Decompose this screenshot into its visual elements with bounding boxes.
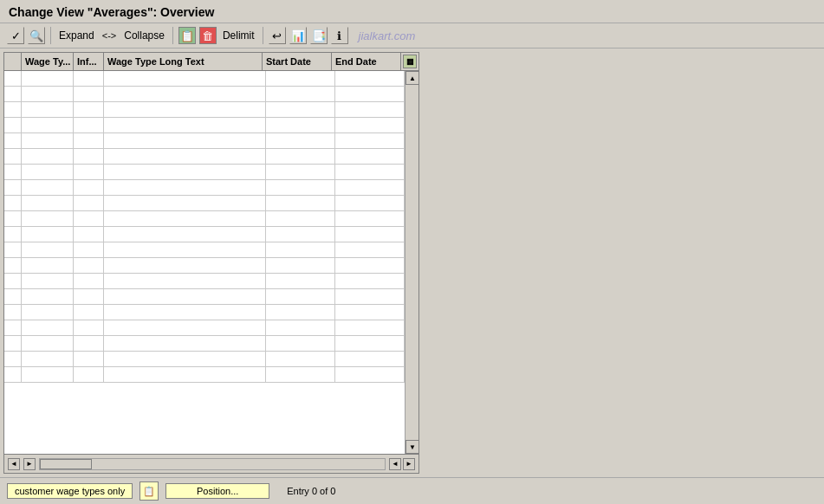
h-scroll-track[interactable]: [39, 458, 386, 470]
table-header: Wage Ty... Inf... Wage Type Long Text St…: [4, 53, 418, 71]
cell-checkbox: [4, 133, 22, 148]
scroll-left-button2[interactable]: ►: [23, 458, 36, 470]
cell-start-date: [266, 211, 335, 226]
cell-wage-type: [22, 133, 74, 148]
position-button[interactable]: Position...: [165, 483, 269, 499]
table-row[interactable]: [4, 352, 405, 367]
cell-inf: [74, 87, 104, 101]
cell-end-date: [335, 196, 405, 210]
info-icon[interactable]: ℹ: [331, 27, 348, 44]
cell-long-text: [104, 196, 266, 210]
col-header-settings[interactable]: ▦: [401, 53, 418, 70]
cell-checkbox: [4, 289, 22, 304]
cell-end-date: [335, 289, 405, 304]
back-icon[interactable]: ↩: [269, 27, 286, 44]
cell-start-date: [266, 71, 335, 86]
table-row[interactable]: [4, 258, 405, 274]
cell-checkbox: [4, 180, 22, 195]
col-header-end-date[interactable]: End Date: [332, 53, 401, 70]
table-view-icon[interactable]: 📑: [310, 27, 328, 44]
collapse-button[interactable]: Collapse: [121, 28, 167, 43]
table-row[interactable]: [4, 242, 405, 258]
cell-inf: [74, 289, 104, 304]
table-row[interactable]: [4, 320, 405, 336]
position-icon-button[interactable]: 📋: [139, 481, 159, 501]
scroll-down-button[interactable]: ▼: [406, 440, 418, 454]
cell-long-text: [104, 149, 266, 164]
table-row[interactable]: [4, 367, 405, 383]
cell-inf: [74, 118, 104, 132]
cell-wage-type: [22, 305, 74, 320]
cell-inf: [74, 336, 104, 351]
cell-long-text: [104, 367, 266, 382]
delimit-label: Delimit: [223, 29, 255, 42]
cell-long-text: [104, 180, 266, 195]
cell-start-date: [266, 180, 335, 195]
cell-end-date: [335, 102, 405, 117]
col-header-long-text[interactable]: Wage Type Long Text: [104, 53, 263, 70]
table-row[interactable]: [4, 336, 405, 352]
table-row[interactable]: [4, 274, 405, 289]
cell-wage-type: [22, 352, 74, 366]
scroll-right-btn1[interactable]: ◄: [389, 458, 401, 470]
col-header-start-date[interactable]: Start Date: [263, 53, 332, 70]
cell-end-date: [335, 180, 405, 195]
cell-long-text: [104, 305, 266, 320]
data-table: Wage Ty... Inf... Wage Type Long Text St…: [3, 52, 419, 474]
cell-checkbox: [4, 242, 22, 257]
cell-checkbox: [4, 336, 22, 351]
cell-end-date: [335, 305, 405, 320]
column-settings-icon[interactable]: ▦: [403, 55, 417, 68]
customer-wage-types-button[interactable]: customer wage types only: [7, 483, 133, 499]
table-row[interactable]: [4, 102, 405, 118]
cell-end-date: [335, 149, 405, 164]
expand-button[interactable]: Expand: [56, 28, 97, 43]
table-row[interactable]: [4, 180, 405, 196]
cell-inf: [74, 211, 104, 226]
cell-long-text: [104, 87, 266, 101]
scroll-up-button[interactable]: ▲: [406, 71, 418, 85]
scroll-left-button[interactable]: ◄: [8, 458, 20, 470]
cell-wage-type: [22, 165, 74, 179]
toolbar-separator-1: [50, 27, 51, 44]
forward-icon[interactable]: 📊: [289, 27, 307, 44]
table-row[interactable]: [4, 305, 405, 320]
title-bar: Change View "Averages": Overview: [0, 0, 824, 23]
h-scroll-thumb[interactable]: [40, 459, 92, 469]
position-icon: 📋: [143, 486, 155, 497]
cell-inf: [74, 133, 104, 148]
table-row[interactable]: [4, 87, 405, 102]
cell-checkbox: [4, 102, 22, 117]
table-row[interactable]: [4, 196, 405, 211]
toolbar-separator-3: [263, 27, 263, 44]
copy-icon[interactable]: 📋: [178, 27, 196, 44]
table-row[interactable]: [4, 118, 405, 133]
delete-icon[interactable]: 🗑: [199, 27, 217, 44]
find-icon[interactable]: 🔍: [28, 27, 45, 44]
cell-start-date: [266, 352, 335, 366]
delimit-button[interactable]: Delimit: [220, 28, 257, 43]
table-row[interactable]: [4, 149, 405, 165]
cell-end-date: [335, 336, 405, 351]
cell-checkbox: [4, 211, 22, 226]
table-row[interactable]: [4, 289, 405, 305]
cell-long-text: [104, 289, 266, 304]
cell-inf: [74, 71, 104, 86]
col-header-inf[interactable]: Inf...: [74, 53, 104, 70]
col-header-wage-type[interactable]: Wage Ty...: [22, 53, 74, 70]
table-row[interactable]: [4, 133, 405, 149]
table-row[interactable]: [4, 211, 405, 227]
vertical-scrollbar[interactable]: ▲ ▼: [405, 71, 418, 454]
cell-start-date: [266, 274, 335, 288]
checkmark-icon[interactable]: ✓: [7, 27, 24, 44]
table-row[interactable]: [4, 227, 405, 242]
cell-wage-type: [22, 71, 74, 86]
table-row[interactable]: [4, 165, 405, 180]
cell-end-date: [335, 87, 405, 101]
table-row[interactable]: [4, 71, 405, 87]
cell-end-date: [335, 367, 405, 382]
cell-start-date: [266, 165, 335, 179]
cell-start-date: [266, 258, 335, 273]
scroll-right-btn2[interactable]: ►: [403, 458, 415, 470]
footer: customer wage types only 📋 Position... E…: [0, 477, 824, 504]
